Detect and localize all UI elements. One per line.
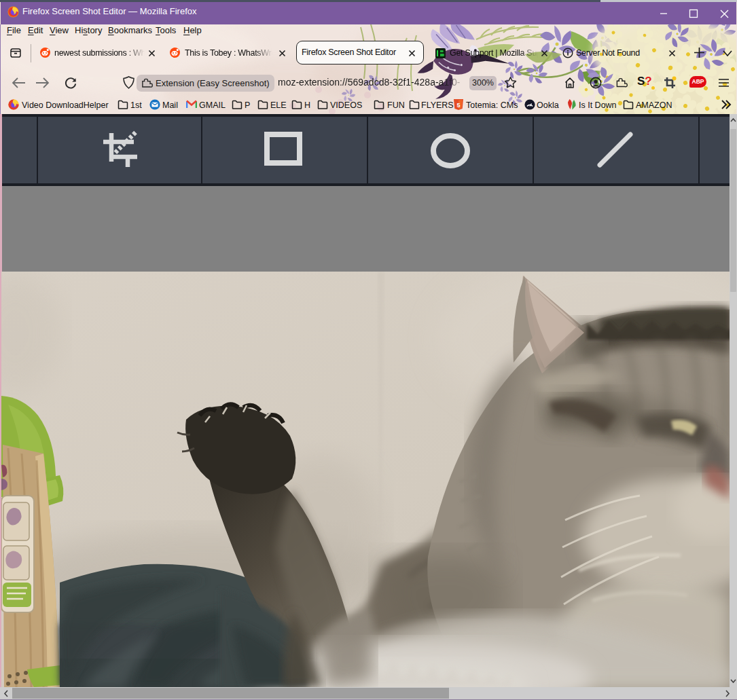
svg-text:5: 5: [456, 102, 460, 109]
